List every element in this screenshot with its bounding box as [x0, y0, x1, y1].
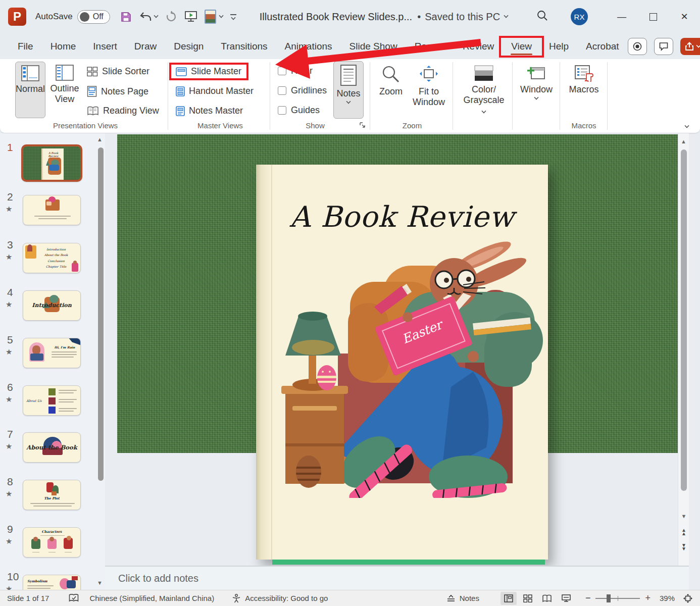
scrollbar-thumb[interactable]: [681, 149, 687, 491]
handout-master-button[interactable]: Handout Master: [176, 86, 254, 96]
zoom-slider-thumb[interactable]: [607, 594, 611, 602]
close-button[interactable]: ✕: [669, 0, 700, 33]
thumbnail-row-9[interactable]: 9 ★ Characters: [0, 523, 105, 571]
thumbnail-row-10[interactable]: 10 ★ Symbolism: [0, 571, 105, 590]
thumbnail-row-7[interactable]: 7 ★ About the Book: [0, 428, 105, 476]
zoom-slider[interactable]: [595, 598, 640, 599]
customize-quick-access-icon[interactable]: [230, 14, 236, 20]
thumbnail-row-8[interactable]: 8 ★ The Plot: [0, 476, 105, 523]
ruler-checkbox-row[interactable]: Ruler: [278, 66, 313, 76]
scroll-down-icon[interactable]: ▼: [678, 513, 689, 519]
thumbnail-row-2[interactable]: 2 ★: [0, 191, 105, 238]
scroll-up-icon[interactable]: ▲: [678, 138, 689, 144]
fit-to-window-button[interactable]: Fit to Window: [409, 62, 448, 118]
thumbnail-row-4[interactable]: 4 ★ Introduction: [0, 286, 105, 334]
undo-dropdown-icon[interactable]: [154, 13, 158, 18]
thumbnail-row-3[interactable]: 3 ★ Introduction About the Book Conclusi…: [0, 239, 105, 286]
tab-draw[interactable]: Draw: [126, 36, 165, 57]
notes-page-button[interactable]: Notes Page: [87, 86, 148, 97]
tab-view[interactable]: View: [503, 36, 540, 57]
reading-view-button-statusbar[interactable]: [539, 592, 555, 605]
slide-thumbnail-10[interactable]: Symbolism: [23, 575, 81, 590]
tab-animations[interactable]: Animations: [276, 36, 341, 57]
thumbnail-row-1[interactable]: 1 A Book Review: [0, 141, 105, 189]
color-grayscale-dropdown-icon[interactable]: [481, 109, 486, 114]
slide-thumbnail-6[interactable]: About Us: [23, 385, 81, 416]
save-icon[interactable]: [120, 11, 132, 23]
notes-pane[interactable]: Click to add notes: [105, 566, 689, 590]
autosave-control[interactable]: AutoSave Off: [35, 10, 110, 24]
record-button[interactable]: [628, 38, 647, 55]
notes-master-button[interactable]: Notes Master: [176, 106, 243, 116]
next-slide-button[interactable]: ▼▼: [678, 543, 689, 550]
color-grayscale-button[interactable]: Color/Grayscale: [462, 62, 506, 118]
comments-button[interactable]: [654, 38, 673, 55]
fit-slide-button[interactable]: [683, 593, 693, 603]
avatar[interactable]: RX: [571, 8, 588, 25]
tab-file[interactable]: File: [9, 36, 42, 57]
zoom-out-button[interactable]: −: [585, 593, 591, 603]
spellcheck-icon[interactable]: [68, 593, 79, 603]
normal-view-button-statusbar[interactable]: [501, 592, 517, 605]
slide-thumbnail-9[interactable]: Characters: [23, 527, 81, 558]
document-title-area[interactable]: Illustrated Book Review Slides.p... • Sa…: [260, 11, 508, 23]
thumbnails-scrollbar[interactable]: [98, 147, 104, 481]
tab-insert[interactable]: Insert: [84, 36, 126, 57]
window-dropdown-icon[interactable]: [534, 95, 538, 99]
slide-canvas[interactable]: A Book Review: [105, 133, 689, 566]
guides-checkbox-row[interactable]: Guides: [278, 105, 320, 116]
window-button[interactable]: Window: [517, 62, 556, 118]
thumbnails-scroll-down-icon[interactable]: ▼: [97, 580, 103, 586]
slide-sorter-button[interactable]: Slide Sorter: [87, 66, 149, 77]
tab-acrobat[interactable]: Acrobat: [577, 36, 627, 57]
slide-thumbnail-1[interactable]: A Book Review: [21, 144, 82, 182]
tab-help[interactable]: Help: [540, 36, 577, 57]
search-icon[interactable]: [536, 10, 548, 24]
macros-button[interactable]: Macros: [566, 62, 602, 118]
share-button[interactable]: [680, 38, 700, 55]
notes-placeholder[interactable]: Click to add notes: [118, 573, 689, 584]
tab-record[interactable]: Record: [406, 36, 454, 57]
gridlines-checkbox[interactable]: [278, 86, 286, 95]
gridlines-checkbox-row[interactable]: Gridlines: [278, 85, 327, 96]
previous-slide-button[interactable]: ▲▲: [678, 528, 689, 535]
minimize-button[interactable]: —: [606, 0, 637, 33]
show-dialog-launcher-icon[interactable]: [359, 122, 366, 130]
redo-icon[interactable]: [165, 11, 177, 23]
thumbnails-scroll-up-icon[interactable]: ▲: [97, 136, 103, 142]
notes-button[interactable]: Notes: [333, 61, 364, 119]
ruler-checkbox[interactable]: [278, 67, 286, 75]
book-cover-graphic[interactable]: A Book Review: [256, 165, 548, 560]
maximize-button[interactable]: [637, 0, 669, 33]
undo-button[interactable]: [139, 11, 158, 23]
notes-dropdown-icon[interactable]: [346, 99, 351, 104]
outline-view-button[interactable]: Outline View: [48, 62, 81, 118]
reading-view-button[interactable]: Reading View: [87, 106, 159, 116]
accessibility-button[interactable]: Accessibility: Good to go: [231, 593, 328, 603]
slide-sorter-view-button-statusbar[interactable]: [520, 592, 536, 605]
slide-master-button[interactable]: Slide Master: [176, 66, 241, 77]
thumbnail-row-5[interactable]: 5 ★ Hi, I'm Rain: [0, 334, 105, 381]
autosave-toggle[interactable]: Off: [77, 10, 110, 24]
tab-transitions[interactable]: Transitions: [212, 36, 276, 57]
thumbnail-row-6[interactable]: 6 ★ About Us: [0, 381, 105, 429]
slide-thumbnail-2[interactable]: [23, 195, 81, 225]
recent-fill-button[interactable]: [205, 10, 223, 24]
slide-thumbnail-4[interactable]: Introduction: [23, 290, 81, 321]
vertical-scrollbar[interactable]: ▲ ▼ ▲▲ ▼▼: [678, 133, 689, 566]
slide-thumbnail-8[interactable]: The Plot: [23, 480, 81, 510]
powerpoint-logo-icon[interactable]: P: [8, 8, 26, 26]
slide-title[interactable]: A Book Review: [256, 200, 548, 233]
tab-home[interactable]: Home: [42, 36, 85, 57]
language-button[interactable]: Chinese (Simplified, Mainland China): [89, 594, 214, 602]
zoom-button[interactable]: Zoom: [375, 62, 407, 118]
slide-thumbnail-3[interactable]: Introduction About the Book Conclusion C…: [23, 243, 81, 273]
collapse-ribbon-icon[interactable]: [684, 123, 689, 128]
notes-toggle-button[interactable]: Notes: [446, 594, 479, 602]
normal-view-button[interactable]: Normal: [15, 62, 45, 118]
tab-review[interactable]: Review: [454, 36, 503, 57]
tab-design[interactable]: Design: [165, 36, 212, 57]
slideshow-view-button-statusbar[interactable]: [558, 592, 574, 605]
zoom-level[interactable]: 39%: [660, 594, 675, 602]
chevron-down-icon[interactable]: [219, 13, 223, 18]
